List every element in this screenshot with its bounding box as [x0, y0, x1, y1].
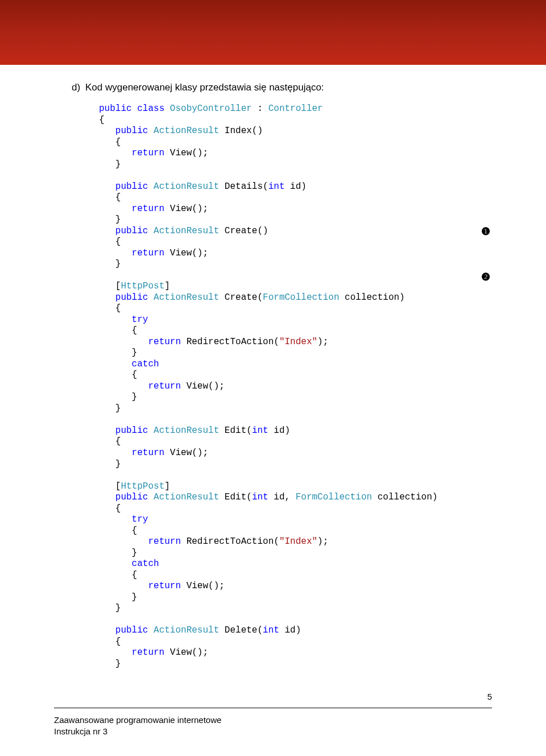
annotation-one: ❶ — [481, 226, 490, 238]
annotated-section: ❶❷ public ActionResult Create() { return… — [99, 226, 483, 415]
heading-text: Kod wygenerowanej klasy przedstawia się … — [85, 82, 324, 93]
list-letter: d) — [72, 82, 85, 93]
section-heading: d)Kod wygenerowanej klasy przedstawia si… — [85, 82, 483, 93]
code-block: public class OsobyController : Controlle… — [85, 104, 483, 670]
annotation-two: ❷ — [481, 271, 490, 284]
content-area: d)Kod wygenerowanej klasy przedstawia si… — [0, 65, 546, 670]
footer-line2: Instrukcja nr 3 — [54, 726, 107, 736]
footer-line1: Zaawansowane programowanie internetowe — [54, 715, 221, 725]
top-banner — [0, 0, 546, 65]
footer-text: Zaawansowane programowanie internetowe I… — [54, 714, 221, 737]
page-number: 5 — [487, 692, 492, 701]
footer-divider — [54, 708, 492, 708]
